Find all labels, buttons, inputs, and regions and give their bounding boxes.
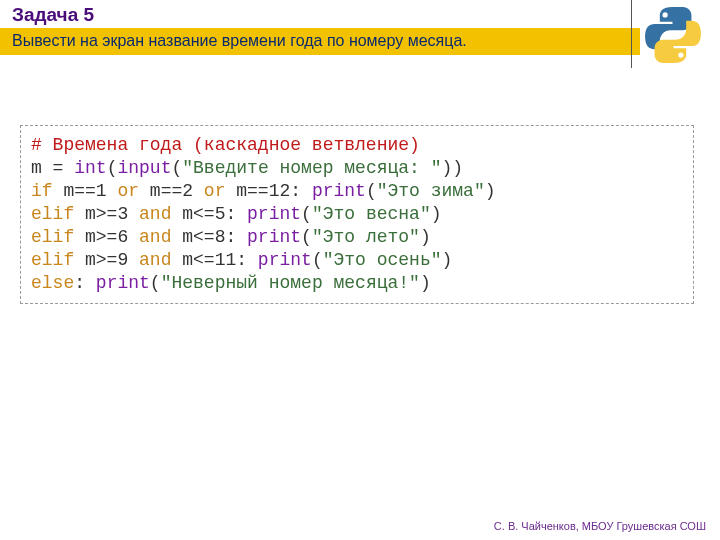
code-keyword: or (117, 181, 139, 201)
slide-header: Задача 5 Вывести на экран название време… (0, 0, 720, 55)
code-text: ( (301, 227, 312, 247)
slide-title: Задача 5 (0, 4, 720, 28)
code-text: ( (150, 273, 161, 293)
code-text: ( (301, 204, 312, 224)
code-keyword: elif (31, 250, 74, 270)
code-text: ) (431, 204, 442, 224)
task-description: Вывести на экран название времени года п… (0, 28, 640, 55)
python-logo-icon (644, 6, 702, 64)
code-keyword: else (31, 273, 74, 293)
code-keyword: and (139, 227, 171, 247)
code-text: m = (31, 158, 74, 178)
code-keyword: and (139, 250, 171, 270)
code-keyword: if (31, 181, 53, 201)
code-builtin: print (312, 181, 366, 201)
code-comment: # Времена года (каскадное ветвление) (31, 135, 420, 155)
code-text: ) (420, 273, 431, 293)
code-text: m>=3 (74, 204, 139, 224)
code-block: # Времена года (каскадное ветвление) m =… (20, 125, 694, 304)
code-text: m<=5: (171, 204, 247, 224)
code-keyword: elif (31, 227, 74, 247)
code-string: "Это лето" (312, 227, 420, 247)
slide-footer: С. В. Чайченков, МБОУ Грушевская СОШ (494, 520, 706, 532)
code-keyword: elif (31, 204, 74, 224)
code-string: "Это осень" (323, 250, 442, 270)
code-string: "Это зима" (377, 181, 485, 201)
code-text: ( (171, 158, 182, 178)
code-text: m==12: (225, 181, 311, 201)
code-text: ( (312, 250, 323, 270)
code-line-1: # Времена года (каскадное ветвление) (31, 134, 683, 157)
code-text: ( (366, 181, 377, 201)
code-builtin: input (117, 158, 171, 178)
code-text: ) (485, 181, 496, 201)
code-text: m==2 (139, 181, 204, 201)
code-builtin: print (258, 250, 312, 270)
code-builtin: print (96, 273, 150, 293)
code-text: m==1 (53, 181, 118, 201)
code-keyword: and (139, 204, 171, 224)
code-line-6: elif m>=9 and m<=11: print("Это осень") (31, 249, 683, 272)
code-text: m<=8: (171, 227, 247, 247)
code-text: : (74, 273, 96, 293)
code-string: "Неверный номер месяца!" (161, 273, 420, 293)
code-line-3: if m==1 or m==2 or m==12: print("Это зим… (31, 180, 683, 203)
code-builtin: print (247, 227, 301, 247)
code-line-2: m = int(input("Введите номер месяца: ")) (31, 157, 683, 180)
code-line-5: elif m>=6 and m<=8: print("Это лето") (31, 226, 683, 249)
code-builtin: int (74, 158, 106, 178)
code-text: ) (420, 227, 431, 247)
code-line-4: elif m>=3 and m<=5: print("Это весна") (31, 203, 683, 226)
code-keyword: or (204, 181, 226, 201)
header-divider (631, 0, 632, 68)
code-string: "Это весна" (312, 204, 431, 224)
code-line-7: else: print("Неверный номер месяца!") (31, 272, 683, 295)
code-builtin: print (247, 204, 301, 224)
code-text: )) (442, 158, 464, 178)
code-string: "Введите номер месяца: " (182, 158, 441, 178)
code-text: ) (442, 250, 453, 270)
code-text: m>=9 (74, 250, 139, 270)
code-text: m>=6 (74, 227, 139, 247)
code-text: ( (107, 158, 118, 178)
code-text: m<=11: (171, 250, 257, 270)
